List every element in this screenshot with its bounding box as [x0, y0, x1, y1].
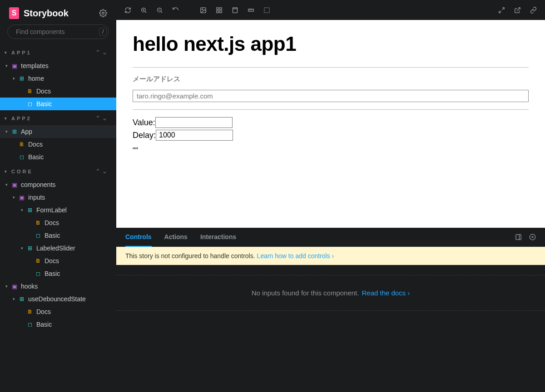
svg-rect-12	[217, 7, 218, 9]
search-shortcut: /	[99, 28, 107, 36]
chevron-down-icon: ▾	[13, 76, 18, 81]
tree-story-labeledslider-basic[interactable]: ◻ Basic	[0, 267, 116, 280]
tab-controls[interactable]: Controls	[125, 228, 152, 247]
section-app2[interactable]: ▾APP2 ⌃⌄	[0, 110, 116, 125]
sidebar: S Storybook / ▾APP1 ⌃⌄ ▾ ▣ templates ▾ ⊞…	[0, 0, 116, 392]
settings-button[interactable]	[99, 9, 107, 17]
tree-docs-labeledslider[interactable]: 🗎 Docs	[0, 255, 116, 267]
fullscreen-button[interactable]	[498, 7, 505, 14]
section-core[interactable]: ▾CORE ⌃⌄	[0, 163, 116, 178]
svg-line-4	[145, 11, 146, 13]
tab-actions[interactable]: Actions	[164, 228, 188, 247]
tree-label: App	[21, 128, 32, 135]
value-label: Value:	[133, 118, 155, 127]
addons-panel: Controls Actions Interactions This story…	[116, 228, 545, 392]
tree-docs-home[interactable]: 🗎 Docs	[0, 85, 116, 98]
canvas: hello next.js app1 メールアドレス Value: Delay:…	[116, 20, 545, 228]
tree-story-usedebouncedstate-basic[interactable]: ◻ Basic	[0, 318, 116, 331]
viewport-button[interactable]	[232, 7, 238, 14]
folder-icon: ▣	[11, 181, 18, 188]
tree-docs-formlabel[interactable]: 🗎 Docs	[0, 216, 116, 229]
tree-label: home	[28, 75, 44, 82]
collapse-icon[interactable]: ⌃⌄	[95, 168, 109, 175]
svg-point-11	[202, 9, 203, 10]
tree-component-app[interactable]: ▾ ⊞ App	[0, 125, 116, 138]
svg-rect-14	[217, 10, 218, 12]
toolbar	[116, 0, 545, 20]
component-icon: ⊞	[26, 245, 34, 251]
empty-text: No inputs found for this component.	[252, 289, 359, 297]
search-input[interactable]	[16, 28, 95, 35]
outline-button[interactable]	[263, 7, 270, 14]
document-icon: 🗎	[35, 220, 42, 226]
tree-label: Docs	[45, 257, 59, 265]
email-input[interactable]	[133, 90, 529, 102]
section-app2-title: APP2	[11, 116, 32, 121]
learn-controls-link[interactable]: Learn how to add controls ›	[257, 252, 334, 260]
document-icon: 🗎	[18, 141, 25, 147]
value-input[interactable]	[155, 117, 233, 128]
tree-folder-hooks[interactable]: ▾ ▣ hooks	[0, 280, 116, 293]
document-icon: 🗎	[26, 88, 34, 94]
zoom-in-button[interactable]	[140, 7, 147, 14]
tree-label: Basic	[45, 270, 60, 277]
chevron-down-icon: ▾	[21, 208, 26, 212]
delay-input[interactable]	[156, 130, 233, 141]
gear-icon	[99, 9, 107, 17]
copy-link-button[interactable]	[530, 7, 537, 14]
tree-folder-components[interactable]: ▾ ▣ components	[0, 178, 116, 191]
section-core-title: CORE	[11, 169, 33, 174]
chevron-down-icon: ▾	[5, 284, 11, 289]
document-icon: 🗎	[35, 258, 42, 264]
bookmark-icon: ◻	[35, 232, 42, 239]
brand[interactable]: S Storybook	[9, 7, 69, 19]
chevron-down-icon: ▾	[5, 182, 11, 187]
tree-component-home[interactable]: ▾ ⊞ home	[0, 72, 116, 85]
tree-folder-inputs[interactable]: ▾ ▣ inputs	[0, 191, 116, 204]
panel-close-button[interactable]	[529, 234, 536, 240]
remount-button[interactable]	[124, 7, 131, 14]
open-new-tab-button[interactable]	[514, 7, 521, 14]
tree-folder-templates[interactable]: ▾ ▣ templates	[0, 59, 116, 72]
panel-orientation-button[interactable]	[515, 234, 522, 240]
tree-label: LabeledSlider	[36, 245, 75, 252]
chevron-down-icon: ▾	[5, 169, 9, 174]
svg-rect-24	[516, 235, 521, 240]
tree-story-formlabel-basic[interactable]: ◻ Basic	[0, 229, 116, 242]
output-value: ""	[133, 146, 529, 155]
tree-component-usedebouncedstate[interactable]: ▾ ⊞ useDebouncedState	[0, 293, 116, 305]
chevron-down-icon: ▾	[5, 50, 9, 55]
delay-row: Delay:	[133, 130, 529, 141]
svg-line-23	[517, 7, 520, 10]
tree-component-formlabel[interactable]: ▾ ⊞ FormLabel	[0, 204, 116, 216]
tree-docs-app[interactable]: 🗎 Docs	[0, 138, 116, 151]
tree-label: hooks	[21, 283, 38, 290]
grid-button[interactable]	[216, 7, 223, 14]
tree-docs-usedebouncedstate[interactable]: 🗎 Docs	[0, 305, 116, 318]
tab-interactions[interactable]: Interactions	[200, 228, 236, 247]
read-docs-link[interactable]: Read the docs ›	[362, 289, 410, 297]
measure-button[interactable]	[248, 7, 254, 14]
warning-text: This story is not configured to handle c…	[125, 252, 255, 260]
tree-label: Basic	[36, 100, 52, 108]
folder-icon: ▣	[11, 63, 18, 69]
background-button[interactable]	[200, 7, 207, 14]
collapse-icon[interactable]: ⌃⌄	[95, 49, 109, 56]
section-app1[interactable]: ▾APP1 ⌃⌄	[0, 44, 116, 59]
controls-empty-state: No inputs found for this component. Read…	[116, 275, 545, 311]
search-field[interactable]: /	[7, 24, 109, 39]
component-icon: ⊞	[18, 75, 25, 82]
tree-label: Basic	[45, 232, 60, 239]
sync-icon	[124, 7, 131, 14]
external-link-icon	[514, 7, 521, 14]
component-icon: ⊞	[18, 296, 25, 302]
bookmark-icon: ◻	[18, 154, 25, 160]
tree-story-home-basic[interactable]: ◻ Basic	[0, 98, 116, 110]
zoom-reset-button[interactable]	[172, 7, 179, 14]
collapse-icon[interactable]: ⌃⌄	[95, 115, 109, 122]
reset-icon	[172, 7, 179, 14]
zoom-out-button[interactable]	[156, 7, 163, 14]
folder-icon: ▣	[11, 283, 18, 290]
tree-story-app-basic[interactable]: ◻ Basic	[0, 151, 116, 163]
tree-component-labeledslider[interactable]: ▾ ⊞ LabeledSlider	[0, 242, 116, 255]
